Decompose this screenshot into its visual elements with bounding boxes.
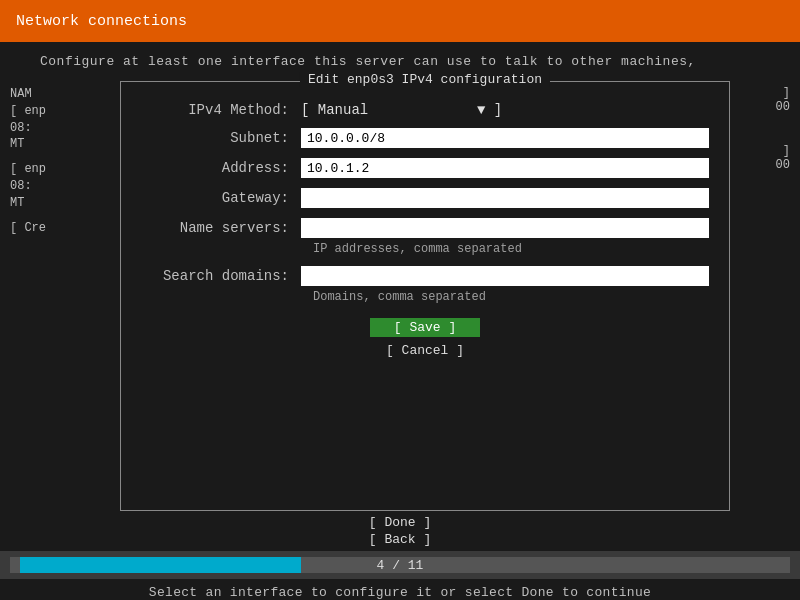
search-domains-hint: Domains, comma separated xyxy=(313,290,709,304)
ipv4-method-label: IPv4 Method: xyxy=(141,102,301,118)
name-servers-row: Name servers: xyxy=(141,218,709,238)
dialog-title: Edit enp0s3 IPv4 configuration xyxy=(300,72,550,87)
subnet-label: Subnet: xyxy=(141,130,301,146)
search-domains-label: Search domains: xyxy=(141,268,301,284)
dialog: Edit enp0s3 IPv4 configuration IPv4 Meth… xyxy=(120,81,730,511)
sidebar-item-2[interactable]: [ enp 08: MT xyxy=(10,161,110,211)
footer: Select an interface to configure it or s… xyxy=(0,579,800,600)
gateway-input[interactable] xyxy=(301,188,709,208)
save-button[interactable]: [ Save ] xyxy=(370,318,480,337)
right-sidebar: ] 00 ] 00 xyxy=(740,81,790,511)
name-servers-label: Name servers: xyxy=(141,220,301,236)
sidebar-item-3[interactable]: [ Cre xyxy=(10,220,110,237)
back-button[interactable]: [ Back ] xyxy=(369,532,431,547)
done-button[interactable]: [ Done ] xyxy=(369,515,431,530)
buttons-row: [ Save ] [ Cancel ] xyxy=(141,318,709,360)
ipv4-method-value[interactable]: [ Manual ▼ ] xyxy=(301,102,502,118)
gateway-label: Gateway: xyxy=(141,190,301,206)
progress-label: 4 / 11 xyxy=(10,558,790,573)
main-content: NAM [ enp 08: MT [ enp 08: MT [ Cre Edit… xyxy=(0,81,800,511)
progress-bar: 4 / 11 xyxy=(10,557,790,573)
progress-container: 4 / 11 xyxy=(0,551,800,579)
search-domains-row: Search domains: xyxy=(141,266,709,286)
subnet-input[interactable] xyxy=(301,128,709,148)
gateway-row: Gateway: xyxy=(141,188,709,208)
title-bar: Network connections xyxy=(0,0,800,42)
ipv4-method-row: IPv4 Method: [ Manual ▼ ] xyxy=(141,102,709,118)
address-input[interactable] xyxy=(301,158,709,178)
name-servers-hint: IP addresses, comma separated xyxy=(313,242,709,256)
address-label: Address: xyxy=(141,160,301,176)
subnet-row: Subnet: xyxy=(141,128,709,148)
cancel-button[interactable]: [ Cancel ] xyxy=(370,341,480,360)
bottom-nav: [ Done ] [ Back ] xyxy=(0,515,800,547)
title-text: Network connections xyxy=(16,13,187,30)
address-row: Address: xyxy=(141,158,709,178)
name-servers-input[interactable] xyxy=(301,218,709,238)
sidebar-item-1[interactable]: NAM [ enp 08: MT xyxy=(10,86,110,153)
sidebar: NAM [ enp 08: MT [ enp 08: MT [ Cre xyxy=(10,81,110,511)
search-domains-input[interactable] xyxy=(301,266,709,286)
